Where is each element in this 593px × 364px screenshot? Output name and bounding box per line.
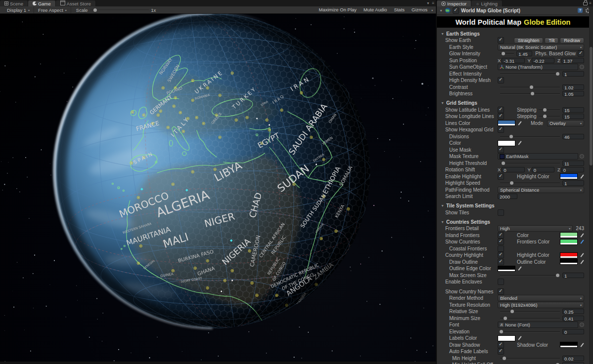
latitude-stepping-value[interactable]: 15 (562, 107, 584, 113)
mute-audio-button[interactable]: Mute Audio (361, 7, 390, 13)
tab-inspector[interactable]: Inspector (437, 0, 471, 6)
chevron-down-icon[interactable]: ▾ (431, 8, 433, 12)
eyedropper-icon[interactable] (580, 252, 584, 258)
inspector-scrollbar[interactable] (589, 6, 593, 364)
divisions-value[interactable]: 46 (562, 134, 584, 139)
eyedropper-icon[interactable] (517, 121, 522, 126)
min-height-slider[interactable] (500, 356, 560, 361)
height-threshold-slider[interactable] (500, 161, 560, 166)
game-viewport[interactable]: NORWAY SWEDEN POLAND GERMANY UKRAINE FRA… (0, 14, 436, 362)
highlight-speed-value[interactable]: 1 (562, 180, 584, 186)
sun-y-field[interactable]: -0.22 (532, 58, 554, 63)
rotation-y-field[interactable]: 0 (532, 167, 554, 172)
frontiers-color-swatch[interactable] (560, 239, 578, 245)
high-density-mesh-checkbox[interactable] (498, 77, 504, 83)
longitude-stepping-value[interactable]: 15 (562, 114, 584, 119)
section-grid-settings[interactable]: ▼ Grid Settings (437, 100, 589, 107)
show-longitude-checkbox[interactable] (498, 113, 504, 120)
show-country-names-checkbox[interactable] (498, 288, 504, 295)
effect-intensity-value[interactable]: 1 (562, 71, 584, 77)
auto-fade-labels-checkbox[interactable] (498, 348, 504, 355)
pathfinding-dropdown[interactable]: Spherical Distance ▾ (498, 187, 584, 193)
coastal-frontiers-checkbox[interactable] (498, 245, 504, 252)
grid-highlight-color-swatch[interactable] (560, 173, 578, 179)
rotation-x-field[interactable]: 0 (502, 167, 524, 172)
minimum-size-slider[interactable] (500, 316, 560, 321)
inland-frontiers-checkbox[interactable] (498, 232, 504, 239)
country-highlight-color-swatch[interactable] (560, 252, 578, 258)
straighten-button[interactable]: Straighten (514, 38, 543, 43)
eyedropper-icon[interactable] (580, 342, 584, 348)
render-method-dropdown[interactable]: Blended ▾ (498, 295, 584, 301)
object-picker-icon[interactable] (580, 154, 584, 159)
effect-intensity-slider[interactable] (500, 71, 560, 77)
longitude-stepping-slider[interactable] (539, 114, 560, 119)
foldout-icon[interactable]: ▼ (439, 9, 443, 12)
elevation-value[interactable]: 0 (562, 329, 584, 334)
section-tile-system[interactable]: ▼ Tile System Settings (437, 202, 589, 209)
min-height-falloff-slider[interactable] (500, 362, 560, 364)
latitude-stepping-slider[interactable] (539, 107, 560, 113)
shadow-color-swatch[interactable] (560, 342, 578, 348)
glow-intensity-value[interactable]: 1.45 (516, 51, 532, 56)
contrast-slider[interactable] (500, 84, 560, 90)
sun-x-field[interactable]: -3.31 (502, 58, 524, 63)
object-picker-icon[interactable] (580, 65, 584, 69)
section-countries[interactable]: ▼ Countries Settings (437, 218, 589, 225)
display-dropdown[interactable]: Display 1 ▾ (3, 6, 34, 13)
mask-texture-field[interactable]: EarthMask (498, 153, 578, 160)
contrast-value[interactable]: 1.02 (562, 84, 584, 90)
tab-lighting[interactable]: ☼ Lighting (471, 0, 503, 6)
height-threshold-value[interactable]: 11 (562, 161, 584, 166)
max-screen-size-value[interactable]: 1 (562, 273, 584, 278)
panel-menu-icon[interactable]: ≡ (430, 0, 436, 6)
tilt-button[interactable]: Tilt (545, 38, 558, 43)
eyedropper-icon[interactable] (517, 140, 522, 146)
lock-icon[interactable] (583, 2, 588, 5)
inland-color-swatch[interactable] (560, 232, 578, 238)
show-countries-checkbox[interactable] (498, 239, 504, 245)
earth-style-dropdown[interactable]: Natural (8K Scenic Scatter) ▾ (498, 44, 584, 50)
show-latitude-checkbox[interactable] (498, 107, 504, 113)
panel-dropdown-icon[interactable]: ▾ (425, 0, 430, 6)
search-limit-field[interactable]: 2000 (498, 194, 517, 199)
brightness-slider[interactable] (500, 91, 560, 96)
outline-edge-color-swatch[interactable] (498, 266, 515, 272)
maximize-on-play-button[interactable]: Maximize On Play (316, 7, 360, 13)
eyedropper-icon[interactable] (517, 335, 522, 341)
labels-color-swatch[interactable] (498, 335, 515, 341)
texture-resolution-dropdown[interactable]: High (8192x4096) ▾ (498, 302, 584, 308)
sun-gameobject-field[interactable]: None (Transform) (498, 64, 578, 70)
use-mask-checkbox[interactable] (498, 147, 504, 153)
tab-asset-store[interactable]: Asset Store (56, 0, 96, 6)
enable-enclaves-checkbox[interactable] (498, 279, 504, 285)
tab-scene[interactable]: Scene (0, 0, 28, 6)
min-height-falloff-value[interactable]: 0.02 (562, 362, 584, 364)
show-tiles-checkbox[interactable] (498, 209, 504, 216)
object-picker-icon[interactable] (580, 323, 584, 327)
component-enabled-checkbox[interactable] (453, 7, 459, 14)
font-field[interactable]: A None (Font) (498, 322, 578, 328)
show-earth-checkbox[interactable] (498, 37, 504, 43)
frontiers-detail-dropdown[interactable]: High ▾ (498, 225, 573, 232)
relative-size-value[interactable]: 0.25 (562, 309, 584, 314)
minimum-size-value[interactable]: 0.41 (562, 316, 584, 321)
help-icon[interactable]: ? (578, 8, 583, 13)
outline-color-swatch[interactable] (560, 259, 578, 265)
highlight-speed-slider[interactable] (500, 180, 560, 186)
country-highlight-checkbox[interactable] (498, 252, 504, 258)
max-screen-size-slider[interactable] (500, 273, 560, 278)
redraw-button[interactable]: Redraw (560, 38, 584, 43)
elevation-slider[interactable] (500, 329, 560, 334)
scale-slider[interactable] (90, 7, 149, 12)
mode-dropdown[interactable]: Overlay ▾ (547, 120, 584, 126)
relative-size-slider[interactable] (500, 309, 560, 314)
lines-color-swatch[interactable] (498, 120, 515, 126)
draw-shadow-checkbox[interactable] (498, 342, 504, 348)
min-height-value[interactable]: 0.02 (562, 356, 584, 361)
eyedropper-icon[interactable] (580, 233, 584, 238)
enable-highlight-checkbox[interactable] (498, 173, 504, 180)
eyedropper-icon[interactable] (580, 239, 584, 244)
eyedropper-icon[interactable] (580, 259, 584, 265)
eyedropper-icon[interactable] (580, 174, 584, 179)
